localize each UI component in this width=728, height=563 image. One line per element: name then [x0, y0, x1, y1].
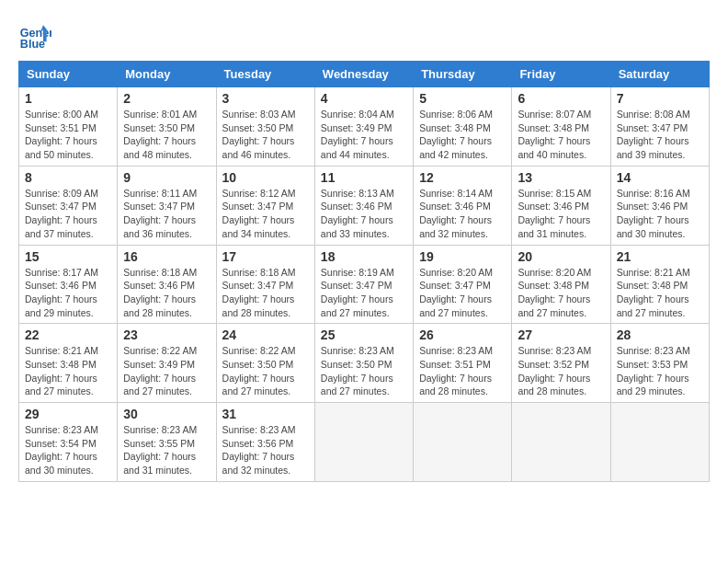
day-info: Sunrise: 8:23 AMSunset: 3:54 PMDaylight:…	[25, 423, 111, 477]
day-info: Sunrise: 8:22 AMSunset: 3:50 PMDaylight:…	[222, 344, 309, 398]
calendar-cell: 28Sunrise: 8:23 AMSunset: 3:53 PMDayligh…	[610, 324, 709, 403]
day-info: Sunrise: 8:03 AMSunset: 3:50 PMDaylight:…	[222, 108, 309, 162]
day-number: 30	[123, 407, 210, 421]
calendar-cell: 19Sunrise: 8:20 AMSunset: 3:47 PMDayligh…	[414, 245, 512, 324]
day-number: 9	[123, 170, 210, 185]
calendar-week-5: 29Sunrise: 8:23 AMSunset: 3:54 PMDayligh…	[19, 403, 710, 482]
day-info: Sunrise: 8:11 AMSunset: 3:47 PMDaylight:…	[123, 187, 210, 241]
calendar-cell: 4Sunrise: 8:04 AMSunset: 3:49 PMDaylight…	[314, 87, 413, 167]
calendar-cell: 23Sunrise: 8:22 AMSunset: 3:49 PMDayligh…	[118, 324, 216, 403]
day-number: 20	[518, 249, 604, 264]
calendar-cell: 18Sunrise: 8:19 AMSunset: 3:47 PMDayligh…	[314, 245, 413, 324]
day-number: 8	[25, 170, 111, 185]
day-info: Sunrise: 8:09 AMSunset: 3:47 PMDaylight:…	[25, 187, 111, 241]
day-info: Sunrise: 8:23 AMSunset: 3:51 PMDaylight:…	[419, 344, 506, 398]
header-wednesday: Wednesday	[314, 62, 413, 87]
day-number: 1	[25, 91, 111, 106]
calendar-week-4: 22Sunrise: 8:21 AMSunset: 3:48 PMDayligh…	[19, 324, 710, 403]
day-number: 5	[419, 91, 506, 106]
calendar-week-1: 1Sunrise: 8:00 AMSunset: 3:51 PMDaylight…	[19, 87, 710, 167]
calendar-cell: 9Sunrise: 8:11 AMSunset: 3:47 PMDaylight…	[118, 166, 216, 245]
day-info: Sunrise: 8:21 AMSunset: 3:48 PMDaylight:…	[25, 344, 111, 398]
calendar-cell	[512, 403, 610, 482]
day-info: Sunrise: 8:18 AMSunset: 3:46 PMDaylight:…	[123, 266, 210, 320]
day-info: Sunrise: 8:17 AMSunset: 3:46 PMDaylight:…	[25, 266, 111, 320]
calendar-cell: 8Sunrise: 8:09 AMSunset: 3:47 PMDaylight…	[19, 166, 118, 245]
day-info: Sunrise: 8:18 AMSunset: 3:47 PMDaylight:…	[222, 266, 309, 320]
day-info: Sunrise: 8:00 AMSunset: 3:51 PMDaylight:…	[25, 108, 111, 162]
day-number: 16	[123, 249, 210, 264]
day-info: Sunrise: 8:01 AMSunset: 3:50 PMDaylight:…	[123, 108, 210, 162]
svg-text:Blue: Blue	[20, 38, 45, 51]
day-number: 10	[222, 170, 309, 185]
calendar-cell: 16Sunrise: 8:18 AMSunset: 3:46 PMDayligh…	[118, 245, 216, 324]
calendar-cell	[314, 403, 413, 482]
day-number: 7	[617, 91, 703, 106]
day-number: 2	[123, 91, 210, 106]
calendar-cell: 5Sunrise: 8:06 AMSunset: 3:48 PMDaylight…	[414, 87, 512, 167]
calendar-cell: 10Sunrise: 8:12 AMSunset: 3:47 PMDayligh…	[216, 166, 314, 245]
day-number: 14	[617, 170, 703, 185]
calendar-week-3: 15Sunrise: 8:17 AMSunset: 3:46 PMDayligh…	[19, 245, 710, 324]
calendar-cell: 26Sunrise: 8:23 AMSunset: 3:51 PMDayligh…	[414, 324, 512, 403]
calendar-cell: 24Sunrise: 8:22 AMSunset: 3:50 PMDayligh…	[216, 324, 314, 403]
header-thursday: Thursday	[414, 62, 512, 87]
day-number: 24	[222, 327, 309, 342]
calendar-cell: 14Sunrise: 8:16 AMSunset: 3:46 PMDayligh…	[610, 166, 709, 245]
day-number: 17	[222, 249, 309, 264]
calendar-cell: 17Sunrise: 8:18 AMSunset: 3:47 PMDayligh…	[216, 245, 314, 324]
day-info: Sunrise: 8:23 AMSunset: 3:50 PMDaylight:…	[321, 344, 407, 398]
calendar-cell: 1Sunrise: 8:00 AMSunset: 3:51 PMDaylight…	[19, 87, 118, 167]
calendar-cell	[414, 403, 512, 482]
day-info: Sunrise: 8:20 AMSunset: 3:48 PMDaylight:…	[518, 266, 604, 320]
day-number: 6	[518, 91, 604, 106]
day-number: 4	[321, 91, 407, 106]
day-info: Sunrise: 8:23 AMSunset: 3:56 PMDaylight:…	[222, 423, 309, 477]
day-info: Sunrise: 8:21 AMSunset: 3:48 PMDaylight:…	[617, 266, 703, 320]
calendar-cell: 2Sunrise: 8:01 AMSunset: 3:50 PMDaylight…	[118, 87, 216, 167]
calendar-cell: 25Sunrise: 8:23 AMSunset: 3:50 PMDayligh…	[314, 324, 413, 403]
day-number: 22	[25, 327, 111, 342]
day-info: Sunrise: 8:15 AMSunset: 3:46 PMDaylight:…	[518, 187, 604, 241]
calendar-cell: 20Sunrise: 8:20 AMSunset: 3:48 PMDayligh…	[512, 245, 610, 324]
calendar-cell: 21Sunrise: 8:21 AMSunset: 3:48 PMDayligh…	[610, 245, 709, 324]
day-info: Sunrise: 8:07 AMSunset: 3:48 PMDaylight:…	[518, 108, 604, 162]
calendar-cell: 31Sunrise: 8:23 AMSunset: 3:56 PMDayligh…	[216, 403, 314, 482]
day-info: Sunrise: 8:13 AMSunset: 3:46 PMDaylight:…	[321, 187, 407, 241]
calendar-cell: 12Sunrise: 8:14 AMSunset: 3:46 PMDayligh…	[414, 166, 512, 245]
page-header: General Blue	[18, 18, 710, 52]
day-info: Sunrise: 8:14 AMSunset: 3:46 PMDaylight:…	[419, 187, 506, 241]
day-info: Sunrise: 8:06 AMSunset: 3:48 PMDaylight:…	[419, 108, 506, 162]
day-number: 18	[321, 249, 407, 264]
day-number: 23	[123, 327, 210, 342]
day-info: Sunrise: 8:23 AMSunset: 3:55 PMDaylight:…	[123, 423, 210, 477]
day-info: Sunrise: 8:22 AMSunset: 3:49 PMDaylight:…	[123, 344, 210, 398]
day-info: Sunrise: 8:08 AMSunset: 3:47 PMDaylight:…	[617, 108, 703, 162]
day-number: 19	[419, 249, 506, 264]
calendar-cell: 30Sunrise: 8:23 AMSunset: 3:55 PMDayligh…	[118, 403, 216, 482]
calendar-cell: 15Sunrise: 8:17 AMSunset: 3:46 PMDayligh…	[19, 245, 118, 324]
day-info: Sunrise: 8:16 AMSunset: 3:46 PMDaylight:…	[617, 187, 703, 241]
calendar-header-row: SundayMondayTuesdayWednesdayThursdayFrid…	[19, 62, 710, 87]
day-info: Sunrise: 8:20 AMSunset: 3:47 PMDaylight:…	[419, 266, 506, 320]
day-info: Sunrise: 8:04 AMSunset: 3:49 PMDaylight:…	[321, 108, 407, 162]
day-info: Sunrise: 8:19 AMSunset: 3:47 PMDaylight:…	[321, 266, 407, 320]
day-number: 13	[518, 170, 604, 185]
day-number: 31	[222, 407, 309, 421]
calendar-cell: 3Sunrise: 8:03 AMSunset: 3:50 PMDaylight…	[216, 87, 314, 167]
day-number: 26	[419, 327, 506, 342]
header-sunday: Sunday	[19, 62, 118, 87]
header-friday: Friday	[512, 62, 610, 87]
day-number: 3	[222, 91, 309, 106]
calendar-cell: 27Sunrise: 8:23 AMSunset: 3:52 PMDayligh…	[512, 324, 610, 403]
calendar-cell: 22Sunrise: 8:21 AMSunset: 3:48 PMDayligh…	[19, 324, 118, 403]
day-number: 15	[25, 249, 111, 264]
day-number: 12	[419, 170, 506, 185]
header-monday: Monday	[118, 62, 216, 87]
day-number: 21	[617, 249, 703, 264]
day-number: 29	[25, 407, 111, 421]
calendar-cell: 6Sunrise: 8:07 AMSunset: 3:48 PMDaylight…	[512, 87, 610, 167]
day-number: 25	[321, 327, 407, 342]
header-saturday: Saturday	[610, 62, 709, 87]
day-number: 27	[518, 327, 604, 342]
